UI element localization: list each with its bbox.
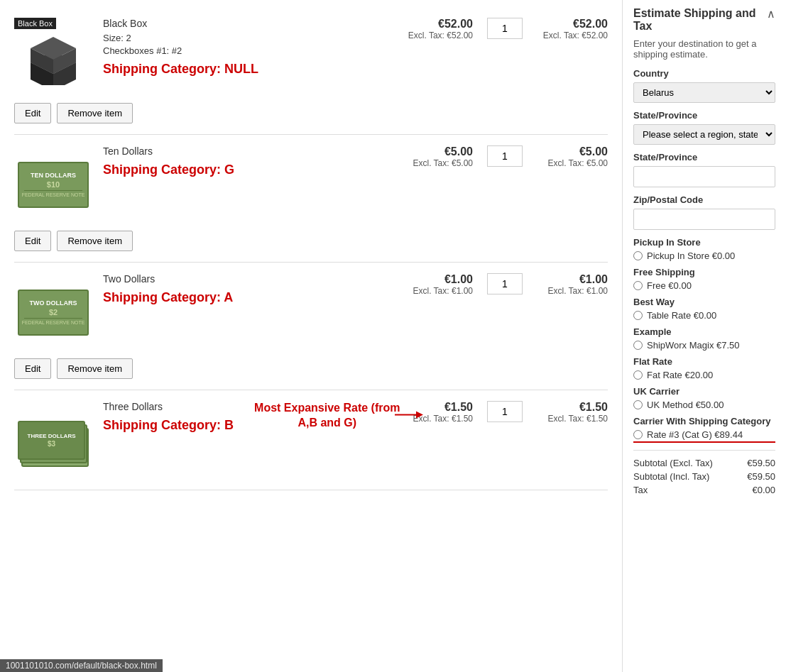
tax-row: Tax €0.00	[633, 485, 775, 495]
product-qty-ten-dollars[interactable]	[473, 145, 537, 167]
remove-button-black-box[interactable]: Remove item	[57, 103, 133, 123]
product-details-two-dollars: Two Dollars Shipping Category: A €1.00 E…	[103, 273, 608, 309]
qty-input-three-dollars[interactable]	[487, 401, 523, 422]
subtotal-excl-row: Subtotal (Excl. Tax) €59.50	[633, 458, 775, 468]
shipping-section-example: Example ShipWorx Magix €7.50	[633, 326, 775, 351]
shipping-radio-carrier-category[interactable]	[633, 430, 643, 439]
sidebar-title: Estimate Shipping and Tax	[633, 7, 767, 33]
subtotal-excl-value: €59.50	[747, 458, 775, 468]
shipping-option-label-uk-carrier: UK Method €50.00	[647, 400, 724, 410]
shipping-option-example[interactable]: ShipWorx Magix €7.50	[633, 340, 775, 351]
qty-input-two-dollars[interactable]	[487, 273, 523, 294]
remove-button-ten-dollars[interactable]: Remove item	[57, 231, 133, 251]
product-name-two-dollars: Two Dollars	[103, 273, 402, 285]
shipping-option-label-free: Free €0.00	[647, 280, 692, 291]
pickup-section-title: Pickup In Store	[633, 237, 775, 248]
tax-value: €0.00	[752, 485, 775, 495]
qty-input-black-box[interactable]	[487, 18, 523, 39]
item-actions-ten-dollars: Edit Remove item	[14, 231, 608, 251]
state-province-input[interactable]	[633, 166, 775, 187]
shipping-section-best-way: Best Way Table Rate €0.00	[633, 297, 775, 321]
product-price-black-box: €52.00 Excl. Tax: €52.00	[402, 18, 473, 40]
product-image-black-box: Black Box	[14, 18, 92, 96]
shipping-option-free[interactable]: Free €0.00	[633, 280, 775, 291]
country-select[interactable]: Belarus	[633, 82, 775, 103]
product-image-ten-dollars: TEN DOLLARS $10 FEDERAL RESERVE NOTE	[14, 145, 92, 224]
state-province-select[interactable]: Please select a region, state o	[633, 124, 775, 145]
product-price-two-dollars: €1.00 Excl. Tax: €1.00	[402, 273, 473, 296]
subtotals: Subtotal (Excl. Tax) €59.50 Subtotal (In…	[633, 458, 775, 495]
shipping-option-label-carrier-category: Rate #3 (Cat G) €89.44	[647, 429, 743, 440]
edit-button-black-box[interactable]: Edit	[14, 103, 51, 123]
collapse-button[interactable]: ∧	[767, 7, 775, 21]
product-item-ten-dollars: TEN DOLLARS $10 FEDERAL RESERVE NOTE Ten…	[14, 135, 608, 263]
black-box-label: Black Box	[14, 18, 56, 29]
qty-input-ten-dollars[interactable]	[487, 145, 523, 167]
shipping-radio-uk-carrier[interactable]	[633, 400, 643, 409]
product-image-three-dollars: THREE DOLLARS $3	[14, 401, 92, 479]
main-content: Black Box	[0, 0, 623, 672]
shipping-section-pickup: Pickup In Store Pickup In Store €0.00	[633, 237, 775, 261]
product-total-two-dollars: €1.00 Excl. Tax: €1.00	[537, 273, 608, 296]
item-actions-two-dollars: Edit Remove item	[14, 358, 608, 379]
flat-rate-section-title: Flat Rate	[633, 356, 775, 367]
product-shipping-category-three-dollars: Shipping Category: B	[103, 418, 253, 433]
shipping-option-label-flat-rate: Fat Rate €20.00	[647, 370, 713, 380]
product-qty-three-dollars[interactable]	[473, 401, 537, 422]
shipping-radio-example[interactable]	[633, 341, 643, 350]
uk-carrier-section-title: UK Carrier	[633, 386, 775, 397]
product-total-black-box: €52.00 Excl. Tax: €52.00	[537, 18, 608, 40]
product-total-three-dollars: €1.50 Excl. Tax: €1.50	[537, 401, 608, 424]
product-name-ten-dollars: Ten Dollars	[103, 145, 402, 157]
shipping-option-uk-carrier[interactable]: UK Method €50.00	[633, 400, 775, 410]
edit-button-ten-dollars[interactable]: Edit	[14, 231, 51, 251]
shipping-option-label-example: ShipWorx Magix €7.50	[647, 340, 740, 351]
status-bar: 1001101010.com/default/black-box.html	[0, 659, 163, 672]
state-province-label-2: State/Province	[633, 152, 775, 163]
shipping-option-best-way[interactable]: Table Rate €0.00	[633, 310, 775, 321]
product-total-ten-dollars: €5.00 Excl. Tax: €5.00	[537, 145, 608, 168]
edit-button-two-dollars[interactable]: Edit	[14, 358, 51, 379]
product-qty-black-box[interactable]	[473, 18, 537, 39]
shipping-radio-best-way[interactable]	[633, 311, 643, 320]
annotation-arrow-icon	[395, 407, 423, 422]
example-section-title: Example	[633, 326, 775, 337]
shipping-option-carrier-category[interactable]: Rate #3 (Cat G) €89.44	[633, 429, 775, 443]
zip-postal-input[interactable]	[633, 209, 775, 230]
product-checkboxes: Checkboxes #1: #2	[103, 45, 402, 56]
country-label: Country	[633, 68, 775, 79]
svg-marker-7	[416, 411, 423, 418]
carrier-category-section-title: Carrier With Shipping Category	[633, 416, 775, 426]
shipping-option-flat-rate[interactable]: Fat Rate €20.00	[633, 370, 775, 380]
shipping-option-pickup[interactable]: Pickup In Store €0.00	[633, 250, 775, 261]
remove-button-two-dollars[interactable]: Remove item	[57, 358, 133, 379]
shipping-section-free: Free Shipping Free €0.00	[633, 267, 775, 291]
best-way-section-title: Best Way	[633, 297, 775, 307]
shipping-section-uk-carrier: UK Carrier UK Method €50.00	[633, 386, 775, 410]
product-details-three-dollars: Three Dollars Shipping Category: B Most …	[103, 401, 608, 436]
shipping-radio-flat-rate[interactable]	[633, 370, 643, 380]
sidebar: Estimate Shipping and Tax ∧ Enter your d…	[623, 0, 786, 672]
subtotal-incl-row: Subtotal (Incl. Tax) €59.50	[633, 471, 775, 482]
item-actions-black-box: Edit Remove item	[14, 103, 608, 123]
product-name-black-box: Black Box	[103, 18, 402, 29]
product-image-two-dollars: TWO DOLLARS $2 FEDERAL RESERVE NOTE	[14, 273, 92, 351]
product-details-ten-dollars: Ten Dollars Shipping Category: G €5.00 E…	[103, 145, 608, 181]
product-item-black-box: Black Box	[14, 7, 608, 135]
product-shipping-category-two-dollars: Shipping Category: A	[103, 290, 402, 305]
sidebar-description: Enter your destination to get a shipping…	[633, 38, 775, 60]
product-details-black-box: Black Box Size: 2 Checkboxes #1: #2 Ship…	[103, 18, 608, 80]
shipping-section-carrier-category: Carrier With Shipping Category Rate #3 (…	[633, 416, 775, 443]
subtotal-incl-label: Subtotal (Incl. Tax)	[633, 471, 709, 482]
shipping-radio-pickup[interactable]	[633, 251, 643, 260]
state-province-label-1: State/Province	[633, 110, 775, 121]
shipping-section-flat-rate: Flat Rate Fat Rate €20.00	[633, 356, 775, 380]
product-qty-two-dollars[interactable]	[473, 273, 537, 294]
product-shipping-category-black-box: Shipping Category: NULL	[103, 62, 402, 77]
product-price-ten-dollars: €5.00 Excl. Tax: €5.00	[402, 145, 473, 168]
shipping-option-label-pickup: Pickup In Store €0.00	[647, 250, 735, 261]
product-name-three-dollars: Three Dollars	[103, 401, 253, 412]
tax-label: Tax	[633, 485, 648, 495]
shipping-radio-free[interactable]	[633, 281, 643, 290]
product-shipping-category-ten-dollars: Shipping Category: G	[103, 163, 402, 177]
